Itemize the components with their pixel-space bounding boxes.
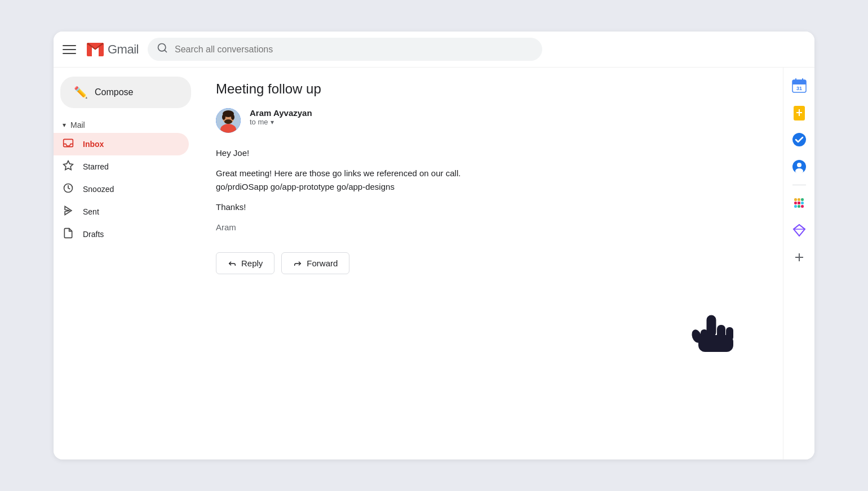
svg-marker-4 — [64, 160, 73, 169]
star-icon — [63, 160, 74, 174]
email-body: Hey Joe! Great meeting! Here are those g… — [216, 146, 765, 234]
search-input[interactable] — [175, 44, 533, 55]
slack-icon — [791, 195, 807, 211]
sidebar-item-snoozed[interactable]: Snoozed — [54, 178, 189, 200]
svg-rect-16 — [726, 327, 733, 341]
svg-rect-36 — [798, 205, 800, 208]
gmail-title: Gmail — [108, 42, 139, 57]
avatar-image — [216, 108, 241, 133]
reply-button[interactable]: Reply — [216, 252, 274, 274]
compose-label: Compose — [95, 87, 133, 97]
snoozed-icon — [63, 182, 74, 197]
drafts-icon — [63, 227, 74, 242]
svg-point-11 — [222, 114, 225, 120]
svg-marker-6 — [65, 206, 72, 215]
diamond-icon — [791, 222, 807, 238]
gmail-logo: Gmail — [85, 39, 139, 60]
svg-point-31 — [797, 163, 801, 167]
sidebar: ✏️ Compose ▾ Mail Inbox — [54, 68, 198, 459]
to-me-text: to me — [250, 118, 268, 126]
compose-button[interactable]: ✏️ Compose — [60, 77, 191, 108]
svg-line-2 — [165, 50, 167, 52]
right-icon-tasks[interactable] — [788, 128, 811, 151]
svg-point-12 — [231, 114, 234, 120]
svg-rect-33 — [794, 202, 797, 204]
drafts-label: Drafts — [83, 230, 104, 239]
svg-point-32 — [795, 168, 803, 174]
svg-rect-19 — [698, 335, 733, 352]
hand-cursor-svg — [687, 310, 738, 360]
email-header: Aram Ayvazyan to me ▾ — [216, 108, 765, 133]
sidebar-item-sent[interactable]: Sent — [54, 200, 189, 223]
add-app-button[interactable] — [788, 246, 811, 269]
email-view-wrapper: Meeting follow up — [198, 68, 783, 459]
sender-info: Aram Ayvazyan to me ▾ — [250, 108, 312, 126]
email-signature: Aram — [216, 221, 765, 234]
sidebar-item-drafts[interactable]: Drafts — [54, 223, 189, 246]
hamburger-menu[interactable] — [63, 43, 76, 56]
email-closing: Thanks! — [216, 200, 765, 214]
sent-icon — [63, 205, 74, 219]
svg-text:31: 31 — [796, 86, 801, 91]
svg-rect-38 — [794, 198, 797, 201]
right-sidebar: 31 — [783, 68, 814, 459]
main-content: ✏️ Compose ▾ Mail Inbox — [54, 68, 814, 459]
forward-label: Forward — [307, 258, 338, 268]
mail-expand-icon: ▾ — [63, 121, 66, 129]
tasks-icon — [791, 132, 807, 148]
contacts-icon — [791, 159, 807, 175]
svg-rect-40 — [794, 205, 797, 208]
starred-label: Starred — [83, 162, 109, 171]
inbox-label: Inbox — [83, 140, 104, 149]
sidebar-item-starred[interactable]: Starred — [54, 155, 189, 178]
sender-name: Aram Ayvazyan — [250, 108, 312, 118]
search-icon — [157, 42, 168, 56]
svg-rect-22 — [792, 82, 806, 84]
svg-rect-39 — [801, 198, 804, 201]
calendar-icon: 31 — [791, 78, 807, 93]
topbar: Gmail — [54, 32, 814, 68]
reply-icon — [228, 259, 237, 268]
right-divider — [792, 185, 806, 185]
mail-section-label: Mail — [70, 120, 85, 130]
search-bar[interactable] — [148, 38, 542, 61]
hand-cursor-illustration — [687, 310, 738, 369]
forward-button[interactable]: Forward — [281, 252, 349, 274]
compose-pencil-icon: ✏️ — [74, 86, 88, 99]
email-links: go/prdiOSapp go/app-prototype go/app-des… — [216, 182, 395, 191]
right-icon-diamond[interactable] — [788, 219, 811, 242]
svg-point-18 — [690, 328, 703, 344]
right-icon-calendar[interactable]: 31 — [788, 74, 811, 97]
email-paragraph: Great meeting! Here are those go links w… — [216, 167, 765, 194]
to-me[interactable]: to me ▾ — [250, 118, 312, 126]
svg-rect-34 — [798, 198, 800, 201]
svg-point-29 — [792, 133, 806, 146]
gmail-m-icon — [85, 39, 105, 60]
keep-icon — [791, 105, 807, 120]
email-actions: Reply Forward — [216, 252, 765, 274]
email-subject: Meeting follow up — [216, 81, 765, 97]
right-icon-slack[interactable] — [788, 192, 811, 215]
svg-rect-14 — [707, 315, 716, 337]
sent-label: Sent — [83, 207, 99, 216]
gmail-window: Gmail ✏️ Compose ▾ Mail — [54, 32, 814, 459]
right-icon-contacts[interactable] — [788, 155, 811, 178]
reply-label: Reply — [241, 258, 263, 268]
right-icon-keep[interactable] — [788, 101, 811, 124]
mail-section-header[interactable]: ▾ Mail — [54, 117, 198, 133]
svg-rect-35 — [798, 202, 800, 204]
to-me-chevron-icon: ▾ — [271, 118, 274, 126]
svg-rect-17 — [701, 329, 708, 342]
svg-rect-37 — [801, 202, 804, 204]
email-greeting: Hey Joe! — [216, 146, 765, 160]
forward-icon — [293, 259, 302, 268]
snoozed-label: Snoozed — [83, 185, 114, 194]
plus-icon — [792, 251, 806, 264]
email-view: Meeting follow up — [198, 68, 783, 288]
inbox-icon — [63, 137, 74, 151]
svg-rect-15 — [717, 325, 725, 341]
sidebar-item-inbox[interactable]: Inbox — [54, 133, 189, 155]
svg-rect-41 — [801, 205, 804, 208]
avatar — [216, 108, 241, 133]
svg-point-13 — [224, 119, 232, 124]
